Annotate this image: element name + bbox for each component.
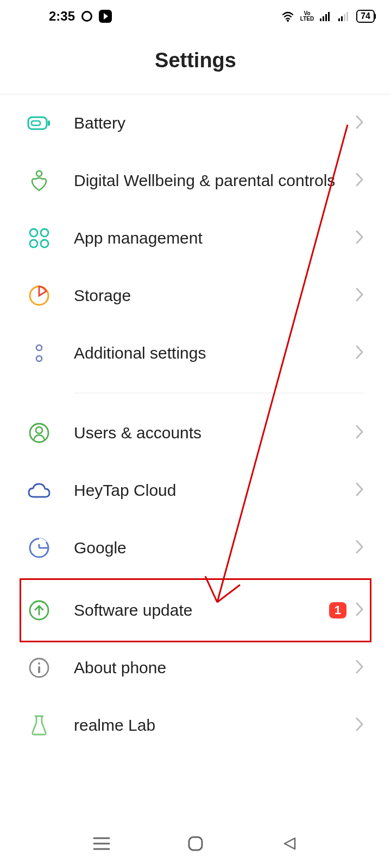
row-label: Digital Wellbeing & parental controls [74,170,355,192]
nav-recents-button[interactable] [91,833,112,854]
row-label: Battery [74,112,355,135]
svg-rect-8 [346,12,348,21]
chevron-right-icon [355,229,364,247]
section-divider [74,579,364,579]
svg-point-19 [36,356,42,361]
about-icon [27,656,51,680]
settings-row-about[interactable]: About phone [0,639,391,697]
chevron-right-icon [355,344,364,362]
svg-rect-2 [323,16,324,21]
svg-rect-5 [338,18,340,21]
svg-rect-4 [328,12,330,21]
chevron-right-icon [355,424,364,442]
settings-row-storage[interactable]: Storage [0,267,391,324]
settings-row-app-management[interactable]: App management [0,209,391,267]
settings-row-realme-lab[interactable]: realme Lab [0,697,391,754]
page-header: Settings [0,33,391,94]
settings-row-google[interactable]: Google [0,519,391,577]
signal-bars-1-icon [319,11,332,22]
wellbeing-icon [27,169,51,193]
nav-bar [0,819,391,868]
settings-list: Battery Digital Wellbeing & parental con… [0,94,391,754]
row-label: Google [74,537,355,559]
chevron-right-icon [355,482,364,499]
row-label: realme Lab [74,714,355,737]
chevron-right-icon [355,287,364,304]
row-label: Users & accounts [74,422,355,444]
svg-rect-10 [48,120,50,126]
battery-indicator: 74 [356,10,375,23]
settings-row-users[interactable]: Users & accounts [0,404,391,462]
settings-row-wellbeing[interactable]: Digital Wellbeing & parental controls [0,152,391,209]
svg-point-12 [36,171,42,176]
google-icon [27,536,51,560]
row-label: Additional settings [74,342,355,365]
svg-rect-3 [325,14,327,21]
chevron-right-icon [355,602,364,619]
flask-icon [27,713,51,737]
software-update-icon [27,598,51,622]
svg-rect-6 [341,16,343,21]
svg-point-25 [38,662,40,665]
chevron-right-icon [355,539,364,557]
settings-row-software-update[interactable]: Software update 1 [0,582,391,639]
chevron-right-icon [355,114,364,132]
opera-icon [81,11,92,22]
additional-icon [27,341,51,365]
svg-point-21 [36,427,42,433]
status-time: 2:35 [49,9,75,24]
status-bar: 2:35 Vo LTED 74 [0,0,391,33]
svg-rect-16 [41,240,48,247]
svg-rect-14 [41,229,48,237]
storage-icon [27,284,51,308]
notification-badge: 1 [329,602,346,618]
chevron-right-icon [355,172,364,189]
play-icon [99,10,112,23]
settings-row-battery[interactable]: Battery [0,94,391,152]
signal-bars-2-icon [338,11,351,22]
row-label: HeyTap Cloud [74,480,355,502]
battery-icon [27,111,51,135]
svg-rect-13 [30,229,37,237]
nav-home-button[interactable] [185,833,206,854]
status-left: 2:35 [49,9,112,24]
users-icon [27,421,51,445]
cloud-icon [27,478,51,502]
chevron-right-icon [355,717,364,734]
svg-rect-7 [344,14,345,21]
svg-rect-31 [189,837,202,850]
section-divider [74,393,364,393]
row-label: Software update [74,599,329,622]
row-label: App management [74,227,355,250]
settings-row-additional[interactable]: Additional settings [0,324,391,382]
svg-rect-11 [31,121,40,125]
svg-rect-1 [320,18,321,21]
settings-row-heytap[interactable]: HeyTap Cloud [0,462,391,519]
nav-back-button[interactable] [279,833,300,854]
row-label: Storage [74,285,355,307]
volte-indicator: Vo LTED [300,11,314,22]
apps-icon [27,226,51,250]
status-right: Vo LTED 74 [281,10,375,23]
svg-point-0 [287,20,289,22]
svg-point-18 [36,345,42,350]
svg-rect-15 [30,240,37,247]
wifi-icon [281,10,295,22]
svg-rect-26 [38,666,40,673]
page-title: Settings [0,49,391,72]
chevron-right-icon [355,659,364,676]
row-label: About phone [74,657,355,679]
